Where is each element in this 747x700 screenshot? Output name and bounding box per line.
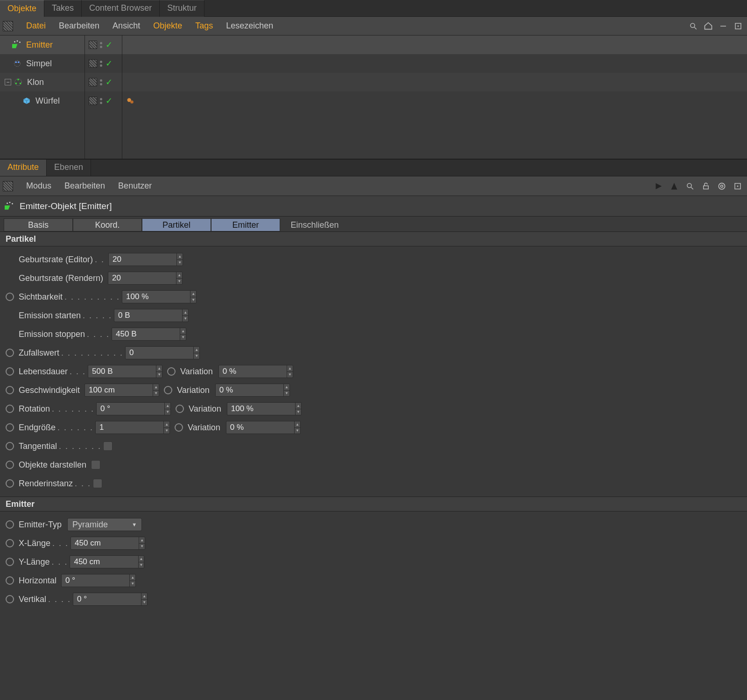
search-icon[interactable] — [684, 180, 697, 193]
panel-grip-icon[interactable] — [3, 181, 13, 191]
menu-benutzer[interactable]: Benutzer — [112, 181, 158, 191]
layer-swatch-icon[interactable] — [89, 41, 97, 49]
dash-icon[interactable] — [717, 20, 729, 32]
anim-dot[interactable] — [175, 423, 183, 432]
input-visibility[interactable]: ▲▼ — [122, 290, 197, 303]
tree-item-klon[interactable]: − Klon — [0, 73, 85, 91]
menu-bearbeiten-attr[interactable]: Bearbeiten — [58, 181, 112, 191]
enabled-check-icon[interactable]: ✓ — [106, 40, 113, 50]
input-birth-render[interactable]: ▲▼ — [108, 272, 183, 285]
visibility-cell[interactable]: ✓ — [85, 35, 122, 54]
tree-item-wuerfel[interactable]: Würfel — [0, 91, 85, 110]
tab-objekte[interactable]: Objekte — [0, 0, 44, 17]
subtab-koord[interactable]: Koord. — [73, 218, 142, 231]
tree-item-emitter[interactable]: Emitter — [0, 35, 85, 54]
home-icon[interactable] — [702, 20, 714, 32]
input-ylen[interactable]: ▲▼ — [70, 555, 144, 568]
anim-dot[interactable] — [6, 386, 14, 394]
maximize-icon[interactable] — [732, 20, 744, 32]
anim-dot[interactable] — [6, 595, 14, 603]
menu-tags[interactable]: Tags — [189, 21, 219, 31]
anim-dot[interactable] — [6, 367, 14, 376]
tab-content-browser[interactable]: Content Browser — [82, 0, 160, 17]
tag-icon[interactable] — [126, 96, 135, 105]
anim-dot[interactable] — [6, 293, 14, 301]
tab-ebenen[interactable]: Ebenen — [47, 160, 91, 176]
layer-swatch-icon[interactable] — [89, 78, 97, 86]
layer-swatch-icon[interactable] — [89, 59, 97, 68]
emitter-icon — [5, 201, 15, 211]
anim-dot[interactable] — [6, 423, 14, 432]
panel-tab-bar: Attribute Ebenen — [0, 160, 747, 176]
anim-dot[interactable] — [6, 479, 14, 488]
tab-attribute[interactable]: Attribute — [0, 160, 47, 176]
menu-objekte[interactable]: Objekte — [147, 21, 189, 31]
panel-grip-icon[interactable] — [3, 21, 13, 31]
menu-bearbeiten[interactable]: Bearbeiten — [52, 21, 106, 31]
target-icon[interactable] — [715, 180, 728, 193]
anim-dot[interactable] — [6, 461, 14, 469]
subtab-emitter[interactable]: Emitter — [211, 218, 280, 231]
input-var-lifetime[interactable]: ▲▼ — [218, 365, 293, 378]
menu-ansicht[interactable]: Ansicht — [106, 21, 147, 31]
input-xlen[interactable]: ▲▼ — [70, 537, 145, 550]
anim-dot[interactable] — [6, 405, 14, 413]
checkbox-render-instance[interactable] — [93, 479, 102, 488]
input-var-rotation[interactable]: ▲▼ — [227, 402, 302, 415]
label-show-objects: Objekte darstellen — [19, 460, 86, 470]
subtab-partikel[interactable]: Partikel — [142, 218, 211, 231]
input-endsize[interactable]: ▲▼ — [95, 421, 170, 434]
enabled-check-icon[interactable]: ✓ — [106, 58, 113, 69]
anim-dot[interactable] — [6, 558, 14, 566]
menu-modus[interactable]: Modus — [20, 181, 58, 191]
anim-dot[interactable] — [6, 442, 14, 450]
anim-dot[interactable] — [6, 539, 14, 547]
svg-point-18 — [130, 100, 134, 104]
maximize-icon[interactable] — [731, 180, 744, 193]
unlock-icon[interactable] — [699, 180, 712, 193]
input-birth-editor[interactable]: ▲▼ — [108, 253, 183, 266]
input-horizontal[interactable]: ▲▼ — [61, 574, 136, 587]
anim-dot[interactable] — [6, 520, 14, 529]
visibility-cell[interactable]: ✓ — [85, 73, 122, 91]
checkbox-show-objects[interactable] — [91, 460, 100, 469]
svg-point-12 — [18, 61, 20, 63]
anim-dot[interactable] — [164, 386, 172, 394]
subtab-basis[interactable]: Basis — [4, 218, 73, 231]
input-rotation[interactable]: ▲▼ — [96, 402, 171, 415]
menu-datei[interactable]: Datei — [20, 21, 52, 31]
checkbox-tangential[interactable] — [103, 441, 113, 451]
anim-dot[interactable] — [176, 405, 184, 413]
search-icon[interactable] — [687, 20, 699, 32]
tab-takes[interactable]: Takes — [44, 0, 82, 17]
input-vertical[interactable]: ▲▼ — [73, 593, 148, 606]
menu-lesezeichen[interactable]: Lesezeichen — [219, 21, 280, 31]
anim-dot[interactable] — [167, 367, 176, 376]
label-birth-editor: Geburtsrate (Editor) — [19, 255, 93, 265]
enabled-check-icon[interactable]: ✓ — [106, 77, 113, 87]
dropdown-emitter-type[interactable]: Pyramide▼ — [67, 518, 142, 531]
expand-toggle-icon[interactable]: − — [5, 79, 11, 85]
visibility-cell[interactable]: ✓ — [85, 54, 122, 73]
nav-back-icon[interactable] — [652, 180, 665, 193]
nav-up-icon[interactable] — [668, 180, 681, 193]
anim-dot[interactable] — [6, 349, 14, 357]
input-emit-stop[interactable]: ▲▼ — [112, 328, 186, 341]
subtab-einschliessen[interactable]: Einschließen — [280, 218, 349, 231]
emitter-properties: Emitter-Typ Pyramide▼ X-Länge . . . ▲▼ Y… — [0, 511, 747, 612]
svg-line-20 — [691, 187, 693, 189]
anim-dot[interactable] — [6, 576, 14, 585]
cloner-icon — [13, 77, 23, 87]
effector-icon — [12, 58, 22, 69]
layer-swatch-icon[interactable] — [89, 97, 97, 105]
input-var-speed[interactable]: ▲▼ — [215, 384, 290, 397]
enabled-check-icon[interactable]: ✓ — [106, 96, 113, 106]
input-seed[interactable]: ▲▼ — [125, 346, 200, 359]
tree-item-simpel[interactable]: Simpel — [0, 54, 85, 73]
input-emit-start[interactable]: ▲▼ — [114, 309, 189, 322]
input-var-endsize[interactable]: ▲▼ — [226, 421, 301, 434]
tab-struktur[interactable]: Struktur — [160, 0, 204, 17]
visibility-cell[interactable]: ✓ — [85, 91, 122, 110]
input-lifetime[interactable]: ▲▼ — [88, 365, 162, 378]
input-speed[interactable]: ▲▼ — [85, 384, 159, 397]
